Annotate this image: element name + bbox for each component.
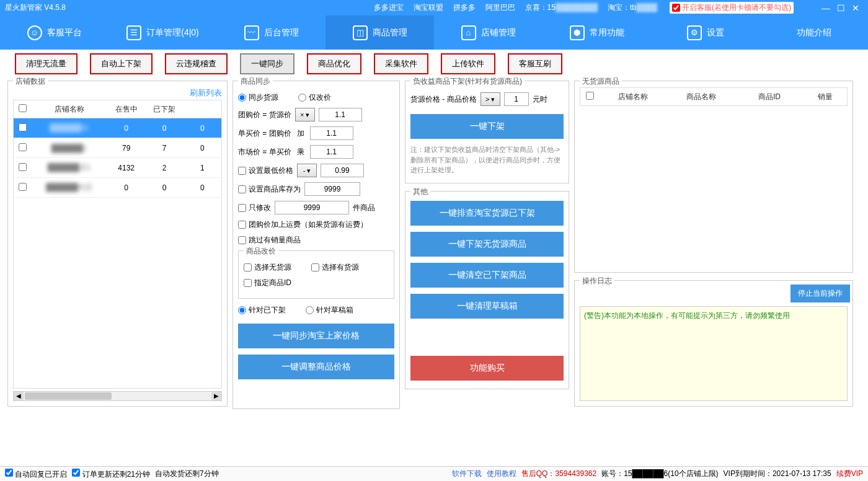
subtab-6[interactable]: 上传软件: [441, 53, 495, 74]
minprice-input[interactable]: [321, 164, 364, 177]
download-link[interactable]: 软件下载: [452, 469, 482, 479]
neg-val-input[interactable]: [504, 92, 529, 106]
val1-input[interactable]: [319, 108, 362, 121]
top-link-ddj[interactable]: 多多进宝: [374, 2, 404, 13]
maximize-icon[interactable]: ☐: [833, 3, 848, 13]
radio-sync-source[interactable]: 同步货源: [238, 92, 278, 103]
subtab-7[interactable]: 客服互刷: [508, 53, 562, 74]
shipping-checkbox[interactable]: 团购价加上运费（如果货源有运费）: [238, 219, 368, 230]
qq-info: 售后QQ：3594439362: [521, 469, 596, 479]
val2-input[interactable]: [310, 126, 353, 140]
nav-1[interactable]: ☰订单管理(4|0): [108, 15, 217, 50]
only-mod-input[interactable]: [275, 201, 349, 214]
nav-icon: ◫: [353, 25, 368, 40]
neg-note: 注：建议下架负收益商品时清空下架商品（其他->删除所有下架商品），以便进行商品同…: [410, 144, 564, 175]
subtab-4[interactable]: 商品优化: [307, 53, 361, 74]
nav-icon: ⌂: [461, 25, 476, 40]
nav-icon: ⬢: [570, 25, 585, 40]
stock-checkbox[interactable]: 设置商品库存为: [238, 184, 301, 195]
nosrc-table-header: 店铺名称 商品名称 商品ID 销量: [580, 87, 848, 106]
table-row[interactable]: ██████的店000: [14, 178, 221, 198]
top-tb[interactable]: 淘宝：tb████: [608, 2, 657, 13]
no-source-checkbox[interactable]: 选择无货源: [244, 262, 291, 273]
has-source-checkbox[interactable]: 选择有货源: [311, 262, 359, 273]
shop-table-header: 店铺名称 在售中 已下架: [13, 100, 222, 118]
nav-6[interactable]: ⚙设置: [651, 15, 760, 50]
log-output: (警告)本功能为本地操作，有可能提示为第三方，请勿频繁使用: [580, 306, 848, 401]
subtab-2[interactable]: 云违规稽查: [165, 53, 228, 74]
select-all-checkbox[interactable]: [19, 104, 27, 112]
top-link-ali[interactable]: 阿里巴巴: [485, 2, 515, 13]
subtab-3[interactable]: 一键同步: [240, 53, 294, 74]
sync-title: 商品同步: [238, 76, 273, 87]
sync-tb-price-button[interactable]: 一键同步淘宝上家价格: [238, 324, 394, 348]
app-title: 星火新管家 V4.5.8: [5, 2, 66, 13]
nav-icon: 〰: [244, 25, 259, 40]
minprice-op-select[interactable]: - ▾: [297, 164, 317, 177]
stop-op-button[interactable]: 停止当前操作: [790, 285, 850, 302]
radio-target-off[interactable]: 针对已下架: [238, 305, 286, 316]
off-nosrc-button[interactable]: 一键下架无货源商品: [410, 232, 564, 257]
subtab-0[interactable]: 清理无流量: [15, 53, 78, 74]
adjust-price-button[interactable]: 一键调整商品价格: [238, 355, 394, 379]
subtab-1[interactable]: 自动上下架: [90, 53, 153, 74]
top-link-tblm[interactable]: 淘宝联盟: [414, 2, 443, 13]
nav-5[interactable]: ⬢常用功能: [542, 15, 651, 50]
clear-draft-button[interactable]: 一键清理草稿箱: [410, 294, 564, 319]
nav-icon: ☺: [27, 25, 42, 40]
sub-tabs: 清理无流量自动上下架云违规稽查一键同步商品优化采集软件上传软件客服互刷: [0, 50, 868, 78]
clear-off-button[interactable]: 一键清空已下架商品: [410, 263, 564, 288]
min-price-checkbox[interactable]: 设置最低价格: [238, 165, 293, 176]
top-jd[interactable]: 京喜：15████████: [525, 2, 598, 13]
stock-input[interactable]: [304, 182, 360, 196]
order-update-checkbox[interactable]: 订单更新还剩21分钟: [72, 469, 150, 480]
radio-target-draft[interactable]: 针对草稿箱: [306, 305, 353, 316]
nav-icon: ⚙: [687, 25, 702, 40]
enable-cs-checkbox[interactable]: 开启客服(若使用卡顿请不要勾选): [670, 2, 794, 14]
only-mod-checkbox[interactable]: 只修改: [238, 203, 271, 213]
nav-4[interactable]: ⌂店铺管理: [434, 15, 542, 50]
buy-feature-button[interactable]: 功能购买: [410, 356, 564, 381]
nosrc-select-all[interactable]: [586, 92, 594, 100]
val3-input[interactable]: [310, 145, 353, 159]
check-tb-off-button[interactable]: 一键排查淘宝货源已下架: [410, 201, 564, 226]
one-click-off-button[interactable]: 一键下架: [410, 114, 564, 139]
horizontal-scrollbar[interactable]: ◀▶: [13, 391, 222, 401]
vip-until: VIP到期时间：2021-07-13 17:35: [724, 469, 831, 479]
nav-icon: ☰: [126, 25, 141, 40]
radio-price-only[interactable]: 仅改价: [298, 92, 331, 103]
refresh-list-link[interactable]: 刷新列表: [13, 87, 222, 99]
subtab-5[interactable]: 采集软件: [374, 53, 428, 74]
auto-reply-checkbox[interactable]: 自动回复已开启: [5, 469, 67, 480]
nav-0[interactable]: ☺客服平台: [0, 15, 108, 50]
table-row[interactable]: ██████店1413221: [14, 158, 221, 178]
close-icon[interactable]: ✕: [848, 3, 863, 13]
nav-2[interactable]: 〰后台管理: [217, 15, 326, 50]
renew-vip-link[interactable]: 续费VIP: [836, 469, 863, 479]
table-row[interactable]: ██████17970: [14, 138, 221, 158]
account-info: 账号：15██████6(10个店铺上限): [601, 469, 718, 479]
nav-7[interactable]: 功能介绍: [760, 15, 868, 50]
status-bar: 自动回复已开启 订单更新还剩21分钟 自动发货还剩7分钟 软件下载 使用教程 售…: [0, 466, 868, 481]
top-link-pdd[interactable]: 拼多多: [453, 2, 476, 13]
neg-op-select[interactable]: > ▾: [480, 92, 500, 106]
nav-3[interactable]: ◫商品管理: [326, 15, 434, 50]
shop-data-title: 店铺数据: [13, 76, 48, 87]
skip-sales-checkbox[interactable]: 跳过有销量商品: [238, 235, 301, 245]
table-row[interactable]: ██████铺000: [14, 118, 221, 138]
op1-select[interactable]: × ▾: [295, 108, 315, 121]
shop-table-body: ██████铺000██████17970██████店1413221█████…: [13, 118, 222, 389]
tutorial-link[interactable]: 使用教程: [487, 469, 516, 479]
title-bar: 星火新管家 V4.5.8 多多进宝 淘宝联盟 拼多多 阿里巴巴 京喜：15███…: [0, 0, 868, 15]
spec-id-checkbox[interactable]: 指定商品ID: [244, 278, 291, 288]
minimize-icon[interactable]: —: [818, 3, 833, 13]
main-nav: ☺客服平台☰订单管理(4|0)〰后台管理◫商品管理⌂店铺管理⬢常用功能⚙设置功能…: [0, 15, 868, 50]
